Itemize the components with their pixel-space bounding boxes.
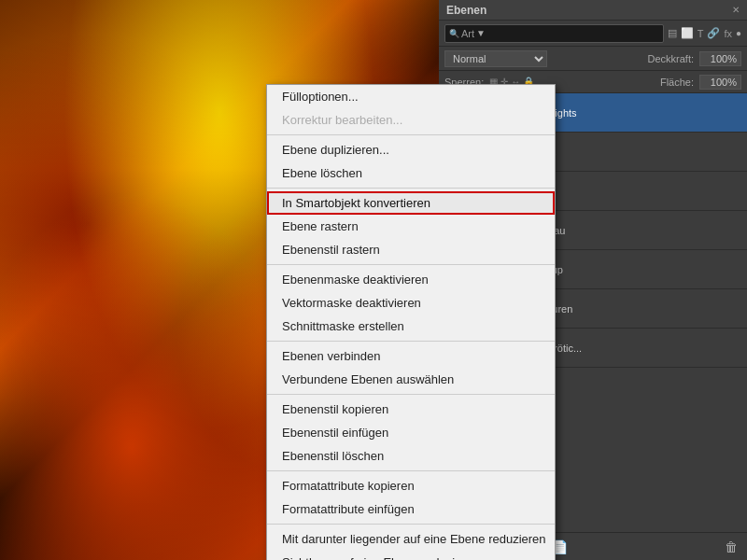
menu-separator [267, 341, 555, 342]
menu-separator [267, 470, 555, 471]
menu-separator [267, 188, 555, 189]
menu-item-stil-loeschen[interactable]: Ebenenstil löschen [267, 444, 555, 468]
filter-icon-link[interactable]: 🔗 [707, 27, 720, 39]
filter-icon-1[interactable]: ▤ [668, 27, 677, 39]
search-input[interactable]: Art [461, 28, 474, 39]
menu-separator [267, 264, 555, 265]
menu-item-verbinden[interactable]: Ebenen verbinden [267, 344, 555, 368]
menu-item-rastern[interactable]: Ebene rastern [267, 215, 555, 238]
context-menu: Fülloptionen... Korrektur bearbeiten... … [266, 84, 556, 560]
blend-row: Normal Deckkraft: 100% [439, 47, 747, 71]
menu-item-vektormaske[interactable]: Vektormaske deaktivieren [267, 291, 555, 315]
panel-close-button[interactable]: ✕ [732, 5, 740, 15]
panel-header: Ebenen ✕ [439, 0, 747, 21]
filter-icon-2[interactable]: ⬜ [681, 27, 694, 39]
search-wrapper[interactable]: 🔍 Art ▼ [444, 24, 664, 43]
menu-item-loeschen[interactable]: Ebene löschen [267, 161, 555, 185]
menu-item-stil-rastern[interactable]: Ebenenstil rastern [267, 238, 555, 261]
menu-separator [267, 524, 555, 525]
filter-icon-text[interactable]: T [698, 28, 704, 39]
menu-item-verbundene[interactable]: Verbundene Ebenen auswählen [267, 368, 555, 391]
menu-item-schnittmaske[interactable]: Schnittmaske erstellen [267, 315, 555, 338]
search-dropdown-icon[interactable]: ▼ [476, 28, 486, 38]
menu-item-format-kopieren[interactable]: Formatattribute kopieren [267, 474, 555, 497]
menu-item-reduzieren-darunter[interactable]: Mit darunter liegender auf eine Ebene re… [267, 527, 555, 551]
search-icon: 🔍 [449, 29, 459, 38]
panel-title: Ebenen [446, 4, 486, 17]
filter-icon-fx[interactable]: fx [724, 28, 732, 39]
menu-item-korrektur: Korrektur bearbeiten... [267, 108, 555, 132]
search-bar: 🔍 Art ▼ ▤ ⬜ T 🔗 fx ● [439, 21, 747, 47]
delete-layer-button[interactable]: 🗑 [721, 538, 741, 556]
opacity-label: Deckkraft: [647, 53, 694, 64]
menu-item-maske-deaktivieren[interactable]: Ebenenmaske deaktivieren [267, 268, 555, 291]
fill-label: Fläche: [660, 77, 694, 88]
menu-item-stil-kopieren[interactable]: Ebenenstil kopieren [267, 398, 555, 421]
menu-item-reduzieren-sichtbar[interactable]: Sichtbare auf eine Ebene reduzieren [267, 551, 555, 560]
menu-separator [267, 134, 555, 135]
filter-icons: ▤ ⬜ T 🔗 fx ● [668, 27, 741, 39]
opacity-value[interactable]: 100% [699, 51, 741, 66]
menu-item-format-einfuegen[interactable]: Formatattribute einfügen [267, 497, 555, 521]
filter-toggle[interactable]: ● [736, 28, 741, 38]
menu-item-stil-einfuegen[interactable]: Ebenenstil einfügen [267, 421, 555, 444]
menu-separator [267, 394, 555, 395]
menu-item-duplizieren[interactable]: Ebene duplizieren... [267, 138, 555, 161]
fill-value[interactable]: 100% [699, 75, 741, 90]
menu-item-fulloptionen[interactable]: Fülloptionen... [267, 85, 555, 108]
menu-item-smartobjekt[interactable]: In Smartobjekt konvertieren [267, 191, 555, 215]
blend-mode-select[interactable]: Normal [444, 50, 547, 67]
